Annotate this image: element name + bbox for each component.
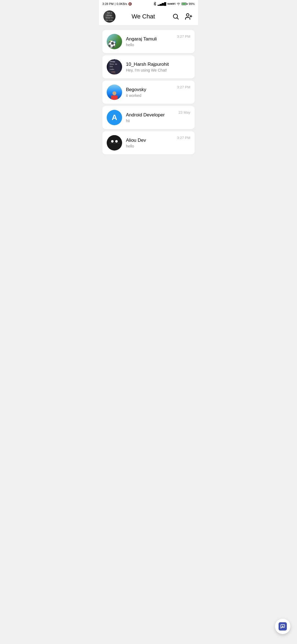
app-header: Talk is cheap.Show me the code. We Chat (99, 8, 198, 26)
avatar-harsh: Talk is cheap. Show me the code. — Linus… (107, 59, 122, 75)
chat-item-aliou[interactable]: Aliou Dev hello 3:27 PM (102, 131, 195, 154)
chat-time-angaraj: 3:27 PM (177, 34, 190, 39)
bluetooth-icon (153, 2, 156, 6)
chat-item-harsh[interactable]: Talk is cheap. Show me the code. — Linus… (102, 55, 195, 78)
chat-content-harsh: 10_Harsh Rajpurohit Hey, I'm using We Ch… (126, 62, 186, 72)
chat-item-begovsky[interactable]: Begovsky it worked 3:27 PM (102, 81, 195, 104)
chat-content-begovsky: Begovsky it worked (126, 87, 173, 98)
avatar-begovsky (107, 84, 122, 100)
search-button[interactable] (171, 12, 180, 21)
status-right: ▂▄▆█ VoWiFi 99% (153, 2, 195, 6)
user-avatar[interactable]: Talk is cheap.Show me the code. (103, 10, 116, 23)
add-contact-button[interactable] (184, 12, 194, 21)
time: 3:28 PM (102, 2, 114, 6)
svg-point-2 (186, 14, 189, 16)
vowifi-icon: VoWiFi (167, 2, 175, 5)
chat-content-angaraj: Angaraj Tamuli hello (126, 36, 173, 47)
header-actions (171, 12, 194, 21)
chat-item-angaraj[interactable]: 🎾 🌿 Angaraj Tamuli hello 3:27 PM (102, 30, 195, 53)
chat-name-begovsky: Begovsky (126, 87, 173, 92)
chat-time-aliou: 3:27 PM (177, 136, 190, 140)
app-title: We Chat (116, 13, 171, 20)
svg-line-1 (177, 18, 178, 19)
avatar-angaraj: 🎾 🌿 (107, 34, 122, 49)
signal-icon: ▂▄▆█ (158, 2, 166, 6)
wifi-icon (177, 2, 180, 6)
status-left: 3:28 PM | 0.0KB/s 🔇 (102, 2, 132, 6)
separator: | (115, 2, 116, 6)
status-bar: 3:28 PM | 0.0KB/s 🔇 ▂▄▆█ VoWiFi 99% (99, 0, 198, 8)
chat-time-begovsky: 3:27 PM (177, 85, 190, 89)
mute-icon: 🔇 (128, 2, 132, 6)
battery-icon (182, 2, 188, 5)
chat-name-harsh: 10_Harsh Rajpurohit (126, 62, 186, 67)
battery-percent: 99% (189, 2, 195, 6)
chat-name-android: Android Developer (126, 112, 175, 118)
chat-preview-begovsky: it worked (126, 93, 173, 98)
chat-preview-harsh: Hey, I'm using We Chat! (126, 68, 186, 72)
avatar-aliou (107, 135, 122, 151)
chat-content-aliou: Aliou Dev hello (126, 138, 173, 148)
chat-preview-aliou: hello (126, 144, 173, 148)
chat-name-angaraj: Angaraj Tamuli (126, 36, 173, 42)
chat-time-android: 23 May (178, 110, 190, 114)
chat-name-aliou: Aliou Dev (126, 138, 173, 143)
chat-preview-angaraj: hello (126, 43, 173, 47)
data-speed: 0.0KB/s (117, 2, 127, 6)
avatar-image: Talk is cheap.Show me the code. (103, 10, 116, 23)
chat-preview-android: hii (126, 119, 175, 123)
avatar-android: A (107, 110, 122, 125)
chat-item-android[interactable]: A Android Developer hii 23 May (102, 106, 195, 129)
chat-content-android: Android Developer hii (126, 112, 175, 123)
chat-list: 🎾 🌿 Angaraj Tamuli hello 3:27 PM Talk is… (99, 28, 198, 157)
